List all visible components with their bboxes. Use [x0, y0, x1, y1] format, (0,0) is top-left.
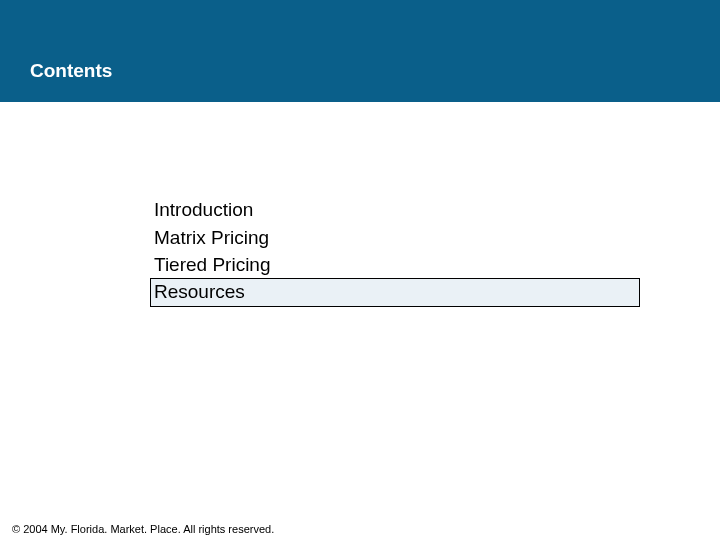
slide: Contents Introduction Matrix Pricing Tie… — [0, 0, 720, 540]
toc-item-resources: Resources — [150, 278, 640, 307]
toc-item-tiered-pricing: Tiered Pricing — [150, 251, 640, 279]
footer-copyright: © 2004 My. Florida. Market. Place. All r… — [12, 523, 274, 535]
toc-list: Introduction Matrix Pricing Tiered Prici… — [150, 196, 640, 307]
toc-item-matrix-pricing: Matrix Pricing — [150, 224, 640, 252]
page-title: Contents — [30, 60, 112, 82]
toc-item-introduction: Introduction — [150, 196, 640, 224]
header-band — [0, 0, 720, 102]
